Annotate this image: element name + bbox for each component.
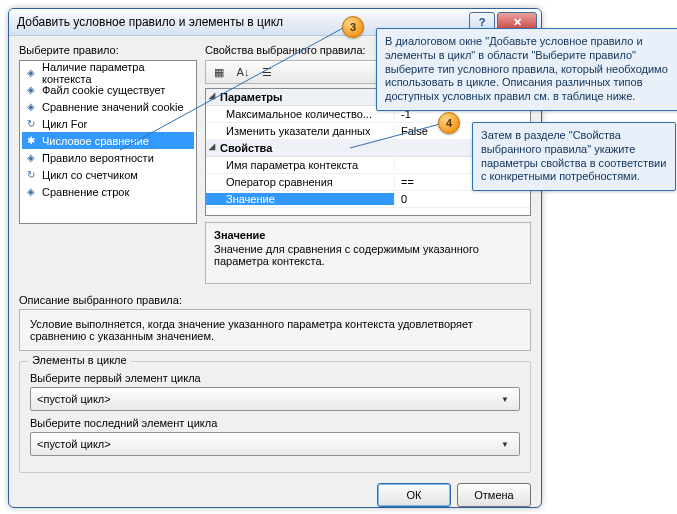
rule-icon: ◈: [24, 151, 38, 165]
chevron-down-icon: ▼: [497, 440, 513, 449]
rule-label: Сравнение значений cookie: [42, 101, 184, 113]
chevron-down-icon: ▼: [497, 395, 513, 404]
window-title: Добавить условное правило и элементы в ц…: [17, 15, 467, 29]
callout-badge-4: 4: [438, 112, 460, 134]
rule-label: Числовое сравнение: [42, 135, 149, 147]
pg-name: Значение: [206, 193, 395, 205]
last-item-combo[interactable]: <пустой цикл> ▼: [30, 432, 520, 456]
pg-row-value[interactable]: Значение 0: [206, 191, 530, 208]
rule-item[interactable]: ✱Числовое сравнение: [22, 132, 194, 149]
rule-icon: ◈: [24, 100, 38, 114]
rule-icon: ◈: [24, 66, 38, 80]
rule-icon: ✱: [24, 134, 38, 148]
rule-desc-label: Описание выбранного правила:: [19, 294, 531, 306]
combo-value: <пустой цикл>: [37, 393, 497, 405]
loop-legend: Элементы в цикле: [28, 354, 131, 366]
pg-name: Изменить указатели данных: [206, 125, 395, 137]
rule-icon: ◈: [24, 185, 38, 199]
dialog-buttons: ОК Отмена: [19, 483, 531, 507]
rule-item[interactable]: ↻Цикл For: [22, 115, 194, 132]
cancel-button[interactable]: Отмена: [457, 483, 531, 507]
rule-label: Цикл со счетчиком: [42, 169, 138, 181]
combo-value: <пустой цикл>: [37, 438, 497, 450]
desc-header: Значение: [214, 229, 522, 241]
rule-item[interactable]: ◈Правило вероятности: [22, 149, 194, 166]
categorized-icon[interactable]: ▦: [210, 63, 228, 81]
rule-label: Наличие параметра контекста: [42, 61, 192, 85]
rule-icon: ◈: [24, 83, 38, 97]
rule-icon: ↻: [24, 117, 38, 131]
pg-name: Оператор сравнения: [206, 176, 395, 188]
pg-name: Имя параметра контекста: [206, 159, 395, 171]
last-item-label: Выберите последний элемент цикла: [30, 417, 520, 429]
rule-item[interactable]: ↻Цикл со счетчиком: [22, 166, 194, 183]
rule-icon: ↻: [24, 168, 38, 182]
desc-body: Значение для сравнения с содержимым указ…: [214, 243, 522, 267]
loop-items-group: Элементы в цикле Выберите первый элемент…: [19, 361, 531, 473]
property-description: Значение Значение для сравнения с содерж…: [205, 222, 531, 284]
pg-name: Максимальное количество...: [206, 108, 395, 120]
rule-label: Правило вероятности: [42, 152, 154, 164]
prop-pages-icon[interactable]: ☰: [258, 63, 276, 81]
callout-3: В диалоговом окне "Добавьте условное пра…: [376, 28, 677, 111]
rule-desc-body: Условие выполняется, когда значение указ…: [19, 309, 531, 351]
rule-label: Цикл For: [42, 118, 87, 130]
rule-item[interactable]: ◈Сравнение строк: [22, 183, 194, 200]
rule-item[interactable]: ◈Наличие параметра контекста: [22, 64, 194, 81]
sort-az-icon[interactable]: A↓: [234, 63, 252, 81]
ok-button[interactable]: ОК: [377, 483, 451, 507]
rule-item[interactable]: ◈Сравнение значений cookie: [22, 98, 194, 115]
first-item-combo[interactable]: <пустой цикл> ▼: [30, 387, 520, 411]
rule-label: Файл cookie существует: [42, 84, 165, 96]
choose-rule-label: Выберите правило:: [19, 44, 197, 56]
rule-list[interactable]: ◈Наличие параметра контекста◈Файл cookie…: [19, 60, 197, 224]
rule-label: Сравнение строк: [42, 186, 129, 198]
callout-badge-3: 3: [342, 16, 364, 38]
pg-value[interactable]: 0: [395, 193, 530, 205]
callout-4: Затем в разделе "Свойства выбранного пра…: [472, 122, 676, 191]
first-item-label: Выберите первый элемент цикла: [30, 372, 520, 384]
